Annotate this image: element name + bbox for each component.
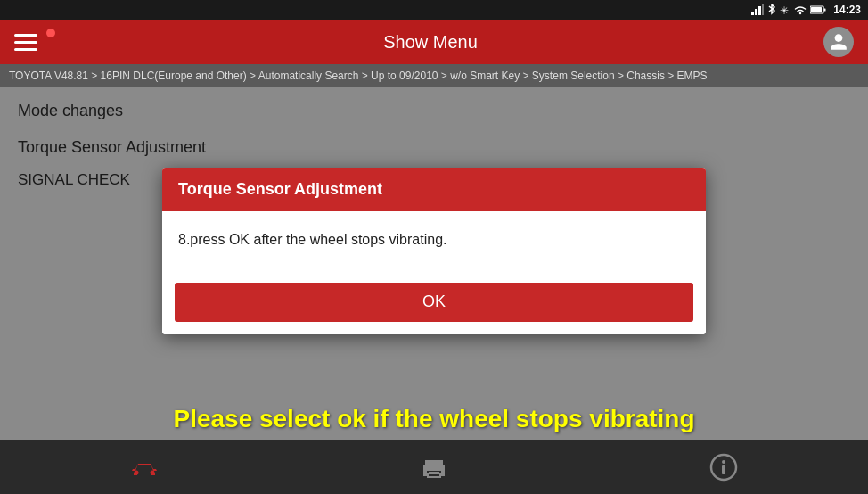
dialog-overlay: Torque Sensor Adjustment 8.press OK afte… xyxy=(0,87,868,440)
nav-car[interactable] xyxy=(109,445,180,490)
print-icon xyxy=(418,451,450,483)
dialog-body: 8.press OK after the wheel stops vibrati… xyxy=(162,211,706,283)
user-svg-icon xyxy=(829,32,848,52)
wifi-icon xyxy=(794,4,807,15)
header-title: Show Menu xyxy=(383,32,478,53)
bottom-nav xyxy=(0,440,868,494)
signal-icon xyxy=(751,4,764,15)
svg-rect-3 xyxy=(762,4,764,15)
torque-dialog: Torque Sensor Adjustment 8.press OK afte… xyxy=(162,168,706,334)
asterisk-icon: ✳ xyxy=(780,4,790,15)
dialog-ok-button[interactable]: OK xyxy=(175,283,693,322)
svg-rect-7 xyxy=(811,7,822,12)
status-icons: ✳ xyxy=(751,4,826,16)
info-icon xyxy=(708,451,740,483)
svg-rect-1 xyxy=(755,9,757,15)
svg-point-9 xyxy=(151,471,155,475)
nav-info[interactable] xyxy=(688,445,759,490)
car-icon xyxy=(128,451,160,483)
bluetooth-icon xyxy=(767,4,776,16)
hamburger-menu[interactable] xyxy=(14,34,37,51)
notification-dot xyxy=(46,29,55,37)
dialog-message: 8.press OK after the wheel stops vibrati… xyxy=(178,232,446,247)
breadcrumb-text: TOYOTA V48.81 > 16PIN DLC(Europe and Oth… xyxy=(9,70,708,82)
svg-rect-2 xyxy=(758,6,761,15)
svg-text:✳: ✳ xyxy=(780,4,789,15)
dialog-title: Torque Sensor Adjustment xyxy=(178,180,382,198)
svg-point-11 xyxy=(722,460,725,464)
battery-icon xyxy=(810,5,826,14)
dialog-header: Torque Sensor Adjustment xyxy=(162,168,706,211)
svg-rect-6 xyxy=(824,9,826,12)
nav-print[interactable] xyxy=(398,445,470,490)
breadcrumb-bar: TOYOTA V48.81 > 16PIN DLC(Europe and Oth… xyxy=(0,64,868,87)
status-time: 14:23 xyxy=(833,4,861,16)
status-bar: ✳ 14:23 xyxy=(0,0,868,20)
svg-rect-0 xyxy=(751,12,754,15)
header-bar: Show Menu xyxy=(0,20,868,64)
dialog-footer: OK xyxy=(162,283,706,334)
svg-point-8 xyxy=(135,471,139,475)
user-avatar[interactable] xyxy=(823,27,854,57)
main-content: Mode changes Torque Sensor Adjustment SI… xyxy=(0,87,868,440)
svg-rect-12 xyxy=(722,465,725,474)
